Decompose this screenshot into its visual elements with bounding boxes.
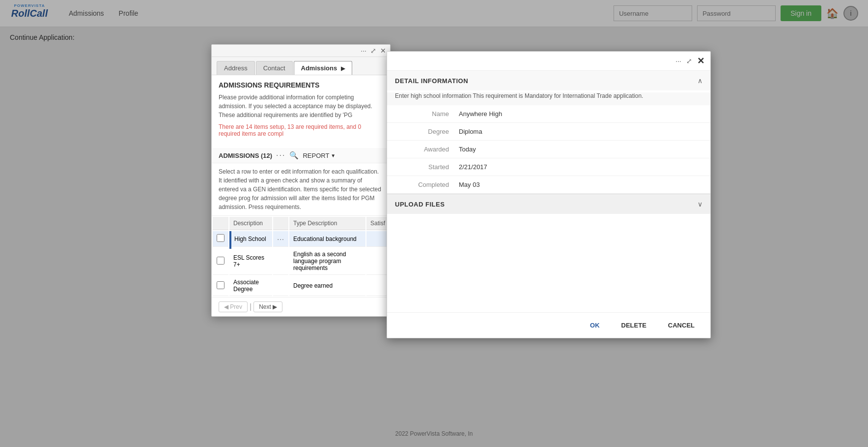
field-value-started: 2/21/2017 — [459, 163, 702, 171]
admissions-modal: ··· ⤢ ✕ Address Contact Admissions ▶ ADM… — [211, 44, 391, 317]
col-satisf: Satisf — [366, 217, 389, 230]
prev-button[interactable]: ◀ Prev — [219, 301, 248, 312]
detail-section-chevron: ∧ — [698, 77, 702, 85]
tab-contact[interactable]: Contact — [256, 61, 293, 75]
field-label-completed: Completed — [395, 181, 459, 188]
row-satisf-cell — [366, 248, 389, 275]
detail-row-name: Name Anywhere High — [387, 105, 710, 123]
detail-fields: Name Anywhere High Degree Diploma Awarde… — [387, 105, 710, 193]
field-value-awarded: Today — [459, 146, 702, 153]
field-label-awarded: Awarded — [395, 146, 459, 153]
detail-modal-header: ··· ⤢ ✕ — [387, 52, 710, 71]
tab-address[interactable]: Address — [217, 61, 255, 75]
detail-section: DETAIL INFORMATION ∧ Enter high school i… — [387, 71, 710, 194]
tabs-row: Address Contact Admissions ▶ — [212, 57, 390, 75]
row-type-cell: Educational background — [289, 231, 365, 247]
ok-button[interactable]: OK — [582, 319, 608, 332]
toolbar-search-icon[interactable]: 🔍 — [289, 151, 299, 160]
field-value-degree: Diploma — [459, 128, 702, 135]
detail-section-header[interactable]: DETAIL INFORMATION ∧ — [387, 71, 710, 90]
row-dots-cell — [273, 248, 288, 275]
modal-close-icon[interactable]: ✕ — [380, 47, 386, 55]
table-row[interactable]: Associate Degree Degree earned — [213, 276, 389, 296]
col-check — [213, 217, 228, 230]
field-label-name: Name — [395, 110, 459, 118]
field-label-started: Started — [395, 163, 459, 171]
table-row[interactable]: High School ··· Educational background — [213, 231, 389, 247]
modal-top-bar: ··· ⤢ ✕ — [212, 45, 390, 57]
row-type-cell: Degree earned — [289, 276, 365, 296]
row-checkbox[interactable] — [217, 234, 224, 242]
row-description: High School — [234, 236, 266, 242]
detail-row-completed: Completed May 03 — [387, 176, 710, 193]
row-description-cell: High School — [229, 231, 272, 247]
row-indicator — [229, 231, 231, 249]
admissions-desc: Please provide additional information fo… — [219, 93, 383, 119]
col-dots — [273, 217, 288, 230]
detail-section-title: DETAIL INFORMATION — [395, 77, 468, 85]
detail-modal: ··· ⤢ ✕ DETAIL INFORMATION ∧ Enter high … — [387, 51, 711, 338]
row-description: Associate Degree — [233, 279, 259, 293]
pagination: ◀ Prev | Next ▶ — [212, 297, 390, 316]
table-row[interactable]: ESL Scores 7+ English as a second langua… — [213, 248, 389, 275]
admissions-warning: There are 14 items setup, 13 are require… — [219, 123, 383, 137]
modal-expand-icon[interactable]: ⤢ — [370, 47, 376, 55]
toolbar-report-caret: ▼ — [331, 153, 336, 158]
row-description-cell: ESL Scores 7+ — [229, 248, 272, 275]
admissions-table-container: Description Type Description Satisf High… — [212, 216, 390, 297]
row-more-icon[interactable]: ··· — [277, 235, 284, 243]
detail-row-awarded: Awarded Today — [387, 141, 710, 158]
upload-section-chevron: ∨ — [698, 200, 702, 208]
row-dots-cell — [273, 276, 288, 296]
upload-section-title: UPLOAD FILES — [395, 201, 445, 208]
upload-section-header[interactable]: UPLOAD FILES ∨ — [387, 194, 710, 214]
delete-button[interactable]: DELETE — [614, 319, 654, 332]
toolbar-report[interactable]: REPORT ▼ — [303, 152, 336, 159]
tab-admissions[interactable]: Admissions ▶ — [294, 61, 352, 75]
row-description: ESL Scores 7+ — [233, 254, 264, 268]
row-check-cell — [213, 248, 228, 275]
row-checkbox[interactable] — [217, 281, 224, 289]
col-type: Type Description — [289, 217, 365, 230]
toolbar-more-icon[interactable]: ··· — [276, 151, 285, 160]
row-check-cell — [213, 231, 228, 247]
field-value-completed: May 03 — [459, 181, 702, 188]
row-satisf-cell — [366, 276, 389, 296]
modal-more-icon[interactable]: ··· — [361, 47, 366, 55]
detail-row-degree: Degree Diploma — [387, 123, 710, 141]
row-checkbox[interactable] — [217, 257, 224, 265]
select-description: Select a row to enter or edit informatio… — [212, 163, 390, 216]
next-button[interactable]: Next ▶ — [253, 301, 282, 312]
field-label-degree: Degree — [395, 128, 459, 135]
admissions-table: Description Type Description Satisf High… — [212, 216, 390, 297]
field-value-name: Anywhere High — [459, 110, 702, 118]
upload-content — [387, 214, 710, 312]
row-description-cell: Associate Degree — [229, 276, 272, 296]
row-check-cell — [213, 276, 228, 296]
detail-close-button[interactable]: ✕ — [697, 56, 704, 66]
detail-row-started: Started 2/21/2017 — [387, 158, 710, 176]
row-dots-cell[interactable]: ··· — [273, 231, 288, 247]
page-separator: | — [250, 302, 252, 311]
row-type-cell: English as a second language program req… — [289, 248, 365, 275]
admissions-section-title: ADMISSIONS REQUIREMENTS — [219, 81, 383, 89]
col-description: Description — [229, 217, 272, 230]
row-satisf-cell — [366, 231, 389, 247]
toolbar-title: ADMISSIONS (12) — [219, 152, 272, 159]
admissions-toolbar: ADMISSIONS (12) ··· 🔍 REPORT ▼ — [212, 148, 390, 163]
detail-section-subtitle: Enter high school information This requi… — [387, 92, 710, 105]
detail-modal-footer: OK DELETE CANCEL — [387, 312, 710, 338]
cancel-button[interactable]: CANCEL — [660, 319, 702, 332]
detail-more-icon[interactable]: ··· — [675, 57, 681, 65]
modal-body: ADMISSIONS REQUIREMENTS Please provide a… — [212, 75, 390, 148]
detail-expand-icon[interactable]: ⤢ — [686, 57, 692, 65]
tab-admissions-arrow: ▶ — [341, 65, 345, 71]
